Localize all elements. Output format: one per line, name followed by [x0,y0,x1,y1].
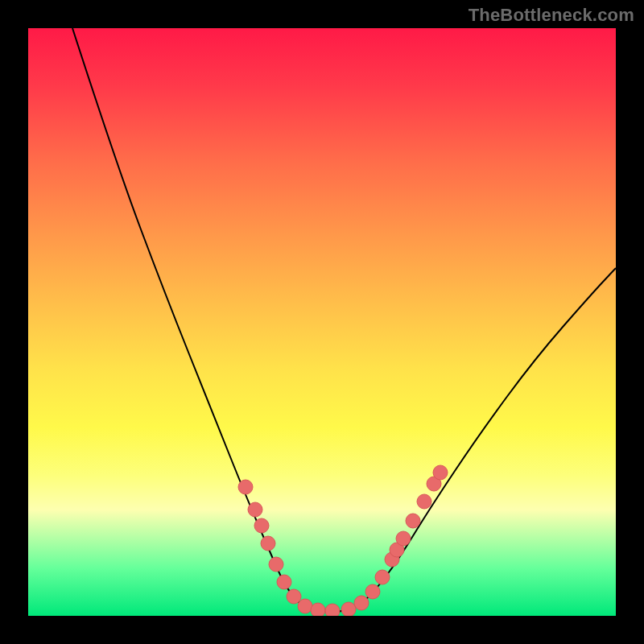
data-marker [375,570,390,584]
data-marker [341,602,356,616]
bottleneck-curve-svg [28,28,616,616]
data-marker [354,596,369,610]
chart-area [28,28,616,616]
data-marker [396,531,411,546]
data-marker [417,494,431,509]
data-marker [277,575,291,589]
data-marker [433,465,448,480]
data-marker [248,502,262,517]
data-marker [311,603,325,616]
watermark-text: TheBottleneck.com [469,5,634,26]
data-marker [269,557,283,572]
data-marker [406,514,420,528]
data-marker [238,480,253,494]
bottleneck-curve-path [72,28,616,612]
data-marker [261,536,275,551]
data-marker [287,589,301,604]
data-marker [365,584,380,599]
marker-group [238,465,448,616]
data-marker [254,518,269,533]
data-marker [298,599,312,613]
data-marker [325,604,340,616]
